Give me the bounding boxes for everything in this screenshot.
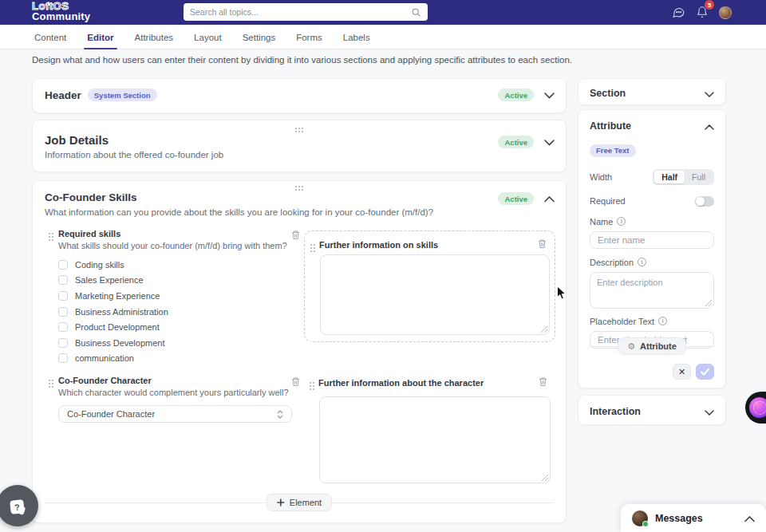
checkbox-row[interactable]: Business Development (58, 335, 300, 351)
tab-attributes[interactable]: Attributes (135, 25, 174, 49)
delete-icon[interactable] (538, 238, 547, 252)
tab-layout[interactable]: Layout (194, 25, 222, 49)
search-icon (411, 7, 421, 18)
add-element-button[interactable]: Element (267, 494, 332, 511)
inspector-attribute-card: Attribute Free Text Width Half Full Requ… (578, 109, 726, 388)
tab-settings[interactable]: Settings (243, 25, 276, 49)
gear-icon: ⚙ (627, 342, 635, 351)
checkbox-row[interactable]: communication (58, 351, 300, 367)
question-mark-icon: ? (10, 499, 25, 514)
chevron-down-icon[interactable] (705, 86, 714, 100)
checkbox[interactable] (58, 353, 68, 363)
element-title: Further information on skills (319, 240, 538, 250)
delete-icon[interactable] (291, 229, 300, 243)
messages-dock[interactable]: Messages (621, 504, 766, 532)
checkbox[interactable] (58, 275, 68, 285)
confirm-button[interactable] (696, 364, 714, 380)
tab-forms[interactable]: Forms (296, 25, 322, 49)
cancel-button[interactable]: ✕ (673, 364, 691, 380)
drag-handle-icon[interactable] (295, 186, 297, 187)
description-input[interactable] (590, 272, 714, 309)
section-card-job-details[interactable]: Job Details Information about the offere… (32, 120, 567, 172)
name-label: Name (590, 217, 613, 227)
attribute-settings-button[interactable]: ⚙ Attribute (618, 337, 686, 355)
width-option-half[interactable]: Half (654, 171, 685, 183)
character-info-textarea[interactable] (319, 396, 551, 483)
width-segmented-control[interactable]: Half Full (653, 169, 714, 185)
section-card-skills[interactable]: Co-Founder Skills What information can y… (32, 180, 567, 523)
add-element-label: Element (290, 498, 322, 507)
tab-content[interactable]: Content (34, 25, 66, 49)
required-label: Required (590, 196, 626, 206)
checkbox[interactable] (58, 260, 68, 270)
checkbox-row[interactable]: Marketing Experience (58, 288, 300, 304)
element-subtitle: What skills should your co-founder (m/f/… (58, 241, 291, 250)
tab-labels[interactable]: Labels (343, 25, 370, 49)
width-option-full[interactable]: Full (685, 171, 713, 183)
element-title: Further information about the character (318, 378, 539, 388)
drag-handle-icon[interactable] (310, 382, 311, 384)
messages-avatar (632, 510, 648, 526)
chevron-up-icon[interactable] (544, 191, 555, 206)
checkbox[interactable] (58, 338, 68, 348)
delete-icon[interactable] (539, 376, 547, 390)
required-toggle[interactable] (695, 196, 714, 207)
drag-handle-icon[interactable] (49, 380, 50, 381)
system-section-badge: System Section (88, 89, 157, 101)
delete-icon[interactable] (291, 376, 300, 390)
chevron-down-icon[interactable] (544, 135, 555, 149)
user-avatar[interactable] (719, 6, 732, 19)
tabs-bar: Content Editor Attributes Layout Setting… (0, 25, 766, 49)
checkbox[interactable] (58, 322, 68, 332)
tab-editor[interactable]: Editor (87, 25, 113, 49)
chevron-down-icon[interactable] (544, 88, 555, 102)
page-description: Design what and how users can enter thei… (32, 55, 734, 65)
app-logo[interactable]: LoftOS Community (32, 1, 90, 22)
info-icon[interactable]: i (658, 317, 667, 325)
character-select[interactable]: Co-Founder Character (58, 405, 292, 423)
checkbox[interactable] (58, 307, 68, 317)
width-label: Width (590, 172, 612, 182)
status-badge: Active (498, 136, 534, 148)
checkbox-row[interactable]: Business Administration (58, 304, 300, 320)
inspector-section-card[interactable]: Section (578, 78, 726, 105)
global-search[interactable] (184, 3, 428, 21)
plus-icon (277, 499, 285, 506)
chevron-up-icon[interactable] (744, 511, 755, 526)
attribute-type-badge: Free Text (590, 144, 636, 157)
section-subtitle: What information can you provide about t… (45, 207, 433, 217)
checkbox-label: communication (75, 353, 134, 363)
checkbox-row[interactable]: Product Development (58, 319, 300, 335)
element-further-info-character[interactable]: Further information about the character (304, 376, 555, 483)
search-input[interactable] (190, 7, 411, 17)
checkbox-label: Coding skills (75, 260, 124, 270)
description-label: Description (590, 258, 634, 267)
chevron-down-icon[interactable] (705, 404, 714, 419)
logo-line2: Community (32, 11, 90, 22)
element-further-info-skills[interactable]: Further information on skills (304, 231, 555, 342)
chat-icon[interactable] (672, 6, 685, 19)
info-icon[interactable]: i (617, 217, 626, 226)
attribute-button-label: Attribute (640, 341, 677, 351)
element-required-skills[interactable]: Required skills What skills should your … (45, 229, 300, 366)
ai-assistant-dock[interactable] (745, 392, 766, 424)
inspector-interaction-card[interactable]: Interaction (578, 395, 726, 425)
section-title: Job Details (45, 133, 223, 147)
skills-info-textarea[interactable] (320, 254, 550, 335)
notifications-bell[interactable]: 5 (696, 6, 709, 19)
element-character[interactable]: Co-Founder Character Which character wou… (45, 376, 300, 423)
section-card-header[interactable]: Header System Section Active (32, 78, 567, 113)
drag-handle-icon[interactable] (295, 128, 297, 129)
checkbox-row[interactable]: Coding skills (58, 257, 300, 273)
name-input[interactable] (590, 231, 714, 249)
chevron-up-icon[interactable] (705, 119, 714, 133)
checkbox[interactable] (58, 291, 68, 301)
section-title: Header (45, 89, 81, 101)
drag-handle-icon[interactable] (49, 233, 50, 234)
status-badge: Active (498, 89, 534, 101)
drag-handle-icon[interactable] (310, 244, 312, 246)
inspector-attribute-title: Attribute (590, 120, 631, 132)
info-icon[interactable]: i (638, 258, 646, 266)
checkbox-label: Business Development (75, 338, 165, 348)
checkbox-row[interactable]: Sales Experience (58, 273, 300, 289)
